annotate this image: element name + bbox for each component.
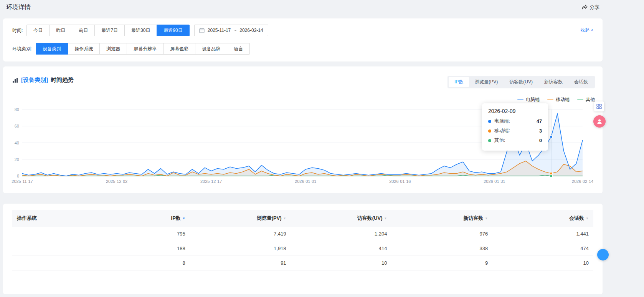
table-header-pv[interactable]: 浏览量(PV)▼ [190, 215, 291, 222]
svg-text:2025-12-02: 2025-12-02 [106, 179, 127, 184]
table-row[interactable]: 795 7,419 1,204 976 1,441 [12, 227, 593, 241]
metric-tab-pv[interactable]: 浏览量(PV) [469, 77, 504, 87]
time-button-last90d[interactable]: 最近90日 [157, 25, 189, 36]
time-button-last7d[interactable]: 最近7日 [94, 25, 125, 36]
category-tab-browser[interactable]: 浏览器 [99, 43, 127, 55]
table-header-sessions[interactable]: 会话数▼ [492, 215, 593, 222]
svg-text:2025-12-17: 2025-12-17 [200, 179, 222, 184]
svg-text:80: 80 [15, 107, 19, 112]
table-header-new-visitors[interactable]: 新访客数▼ [391, 215, 492, 222]
svg-text:40: 40 [15, 141, 19, 145]
category-tab-language[interactable]: 语言 [227, 43, 250, 55]
trend-chart-card: [设备类别] 时间趋势 IP数 浏览量(PV) 访客数(UV) 新访客数 会话数… [3, 66, 603, 193]
time-button-today[interactable]: 今日 [26, 25, 50, 36]
category-tab-group: 设备类别 操作系统 浏览器 屏幕分辨率 屏幕色彩 设备品牌 语言 [36, 43, 250, 55]
table-header-uv[interactable]: 访客数(UV)▼ [291, 215, 392, 222]
date-start: 2025-11-17 [208, 28, 231, 33]
time-range-button-group: 今日 昨日 前日 最近7日 最近30日 最近90日 [26, 25, 189, 36]
date-separator: ~ [234, 28, 236, 33]
chart-title: [设备类别] 时间趋势 [12, 76, 74, 84]
time-button-yesterday[interactable]: 昨日 [49, 25, 72, 36]
assistant-icon [596, 118, 603, 124]
svg-text:2026-02-14: 2026-02-14 [572, 179, 593, 184]
assistant-button[interactable] [593, 115, 606, 128]
chart-tooltip: 2026-02-09 电脑端: 47 移动端: 3 其他: 0 [482, 103, 548, 151]
tooltip-date: 2026-02-09 [488, 108, 542, 114]
category-tab-resolution[interactable]: 屏幕分辨率 [127, 43, 163, 55]
page-title: 环境详情 [6, 3, 31, 12]
tooltip-dot-other [488, 139, 491, 142]
category-tab-brand[interactable]: 设备品牌 [195, 43, 227, 55]
table-row[interactable]: 188 1,918 414 338 474 [12, 241, 593, 256]
tooltip-row-pc: 电脑端: 47 [488, 118, 542, 124]
tooltip-row-other: 其他: 0 [488, 137, 542, 144]
chart-title-category: [设备类别] [21, 76, 48, 84]
share-label: 分享 [590, 4, 599, 11]
svg-text:0: 0 [17, 174, 19, 178]
svg-text:2026-01-31: 2026-01-31 [484, 179, 505, 184]
feedback-button[interactable] [597, 249, 609, 260]
metric-tab-ip[interactable]: IP数 [449, 77, 469, 87]
share-icon [582, 5, 588, 10]
stats-table-card: 操作系统 IP数▼ 浏览量(PV)▼ 访客数(UV)▼ 新访客数▼ 会话数▼ 7… [3, 204, 603, 294]
metric-tab-new-visitors[interactable]: 新访客数 [538, 77, 568, 87]
sort-down-icon: ▼ [485, 217, 488, 220]
calendar-icon [199, 28, 205, 33]
tooltip-row-mobile: 移动端: 3 [488, 128, 542, 134]
metric-tab-uv[interactable]: 访客数(UV) [504, 77, 538, 87]
top-bar: 环境详情 分享 [0, 0, 644, 15]
table-row[interactable]: 8 91 10 9 10 [12, 256, 593, 270]
sort-down-icon: ▼ [384, 217, 387, 220]
sort-down-icon: ▼ [586, 217, 589, 220]
time-button-last30d[interactable]: 最近30日 [124, 25, 157, 36]
category-tab-os[interactable]: 操作系统 [68, 43, 100, 55]
category-filter-label: 环境类别: [12, 46, 32, 52]
collapse-link[interactable]: 收起 ∧ [580, 27, 593, 33]
tooltip-dot-pc [488, 120, 491, 123]
sort-down-icon: ▼ [182, 217, 185, 220]
chevron-up-icon: ∧ [591, 28, 593, 32]
metric-tab-group: IP数 浏览量(PV) 访客数(UV) 新访客数 会话数 [447, 76, 595, 88]
date-range-picker[interactable]: 2025-11-17 ~ 2026-02-14 [194, 25, 268, 36]
apps-grid-button[interactable] [594, 101, 604, 111]
filter-panel: 时间: 今日 昨日 前日 最近7日 最近30日 最近90日 2025-11-17… [3, 18, 603, 61]
svg-text:20: 20 [15, 157, 19, 162]
grid-icon [596, 104, 602, 109]
date-end: 2026-02-14 [239, 28, 263, 33]
svg-text:2026-01-16: 2026-01-16 [389, 179, 411, 184]
tooltip-dot-mobile [488, 129, 491, 133]
table-header-os: 操作系统 [12, 215, 89, 222]
time-filter-label: 时间: [12, 27, 23, 34]
category-tab-color-depth[interactable]: 屏幕色彩 [163, 43, 195, 55]
table-header-row: 操作系统 IP数▼ 浏览量(PV)▼ 访客数(UV)▼ 新访客数▼ 会话数▼ [12, 210, 593, 227]
chart-icon [12, 78, 18, 83]
chart-title-suffix: 时间趋势 [51, 76, 74, 84]
svg-text:2025-11-17: 2025-11-17 [12, 179, 33, 184]
svg-text:60: 60 [15, 124, 19, 128]
table-header-ip[interactable]: IP数▼ [89, 215, 190, 222]
share-button[interactable]: 分享 [582, 4, 599, 11]
time-button-day-before[interactable]: 前日 [72, 25, 95, 36]
category-tab-device-type[interactable]: 设备类别 [36, 43, 68, 55]
metric-tab-sessions[interactable]: 会话数 [568, 77, 594, 87]
svg-text:2026-01-01: 2026-01-01 [295, 179, 316, 184]
sort-down-icon: ▼ [283, 217, 286, 220]
